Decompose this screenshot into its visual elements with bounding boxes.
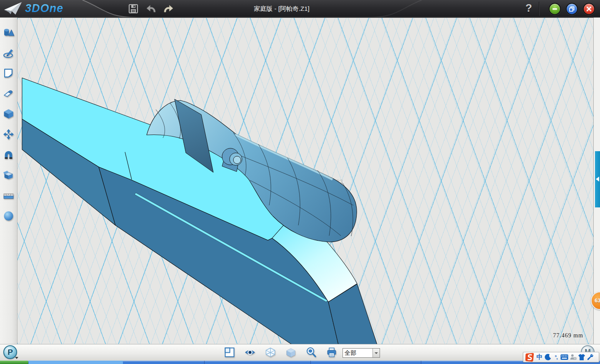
user-account-icon[interactable] — [570, 353, 577, 362]
start-button[interactable] — [0, 361, 28, 364]
render-sphere-icon[interactable] — [3, 210, 14, 222]
close-icon — [586, 6, 592, 12]
zoom-magnifier-icon[interactable] — [306, 347, 317, 358]
help-button[interactable]: ? — [522, 2, 535, 16]
soft-keyboard-icon[interactable] — [560, 353, 568, 362]
close-button[interactable] — [583, 3, 595, 15]
os-taskbar[interactable] — [0, 361, 600, 364]
chinese-mode-icon[interactable]: 中 — [536, 353, 543, 362]
dimension-readout: 77.469 mm — [553, 332, 583, 339]
restore-icon — [569, 6, 575, 12]
ime-toolbar: 中 °, — [523, 352, 599, 362]
shaded-display-icon[interactable] — [285, 347, 296, 358]
minimize-button[interactable] — [549, 3, 561, 15]
minimize-icon — [552, 6, 558, 12]
assembly-box-icon[interactable] — [3, 170, 14, 181]
view-plane-icon[interactable] — [224, 347, 235, 358]
tool-sidebar — [0, 17, 18, 344]
paper-plane-icon — [3, 1, 22, 16]
display-filter-select[interactable]: 全部 — [342, 348, 380, 358]
gun-mount-ring-inner — [233, 156, 241, 164]
constraint-magnet-icon[interactable] — [3, 149, 14, 160]
skin-tshirt-icon[interactable] — [578, 353, 585, 362]
pointer-mode-dropdown-arrow[interactable] — [15, 357, 18, 359]
primitive-solids-icon[interactable] — [3, 27, 14, 38]
redo-icon — [163, 3, 174, 14]
model-viewport[interactable]: i3DOne.com — [18, 17, 593, 344]
maximize-restore-button[interactable] — [566, 3, 578, 15]
redo-button[interactable] — [162, 3, 174, 15]
chevron-down-icon — [375, 352, 378, 354]
panel-collapse-tab[interactable] — [595, 151, 600, 207]
undo-button[interactable] — [145, 3, 157, 15]
deform-tool-icon[interactable] — [3, 88, 14, 99]
print-icon[interactable] — [326, 347, 337, 358]
sogou-logo-icon[interactable] — [525, 353, 535, 362]
undo-icon — [146, 3, 157, 14]
punctuation-mode-icon[interactable]: °, — [553, 353, 559, 362]
chevron-left-icon — [596, 177, 599, 182]
move-transform-icon[interactable] — [3, 129, 14, 140]
night-mode-icon[interactable] — [545, 353, 552, 362]
apache-3d-model[interactable] — [18, 18, 593, 344]
measure-ruler-icon[interactable] — [3, 190, 14, 201]
app-logo: 3DOne — [3, 1, 63, 16]
sketch-draw-icon[interactable] — [3, 47, 14, 58]
taskbar-separator — [421, 361, 421, 364]
taskbar-separator — [204, 361, 205, 364]
display-filter-value: 全部 — [343, 349, 372, 357]
select-arrow-button[interactable] — [372, 349, 380, 357]
titlebar: 3DOne 家庭版 - [阿帕奇.Z1] ? — [0, 0, 600, 17]
save-button[interactable] — [128, 3, 139, 15]
view-toolbar: P — [0, 344, 600, 361]
document-title: 家庭版 - [阿帕奇.Z1] — [254, 5, 309, 13]
brand-name: 3DOne — [25, 2, 63, 15]
titlebar-divider — [539, 2, 540, 16]
wireframe-display-icon[interactable] — [265, 347, 276, 358]
sketch-edit-icon[interactable] — [3, 67, 14, 79]
quick-launch-area[interactable] — [29, 361, 123, 364]
settings-wrench-icon[interactable] — [587, 353, 594, 362]
taskbar-separator — [310, 361, 311, 364]
feature-modeling-icon[interactable] — [3, 108, 14, 120]
visibility-eye-icon[interactable] — [245, 347, 255, 358]
save-icon — [128, 3, 139, 14]
view-tools-group — [224, 347, 337, 358]
